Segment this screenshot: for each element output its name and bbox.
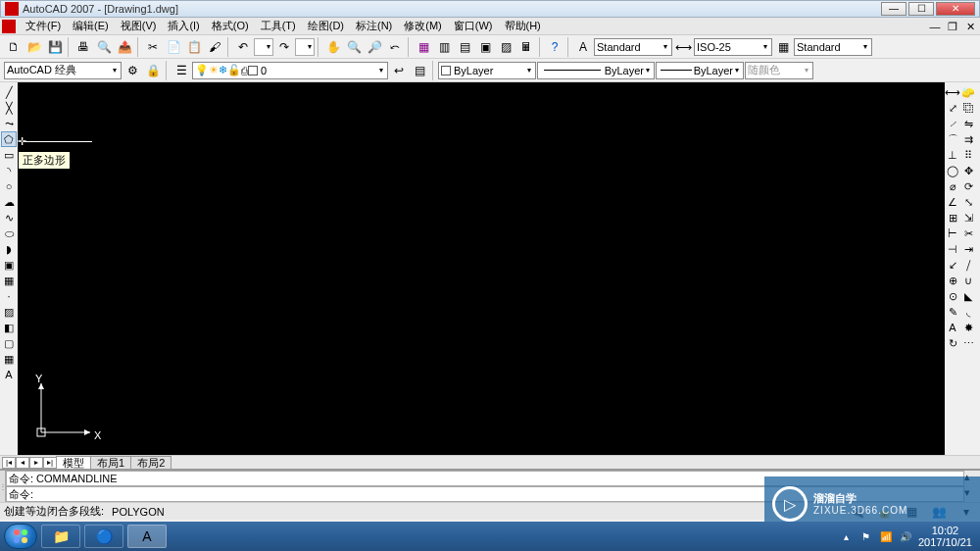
- redo-dropdown[interactable]: [295, 38, 315, 56]
- dist-button[interactable]: ⟷: [945, 84, 960, 100]
- offset-button[interactable]: ⇉: [960, 131, 976, 147]
- publish-button[interactable]: 📤: [115, 37, 134, 57]
- fillet-button[interactable]: ◟: [960, 304, 976, 320]
- design-center-button[interactable]: ▥: [434, 37, 454, 57]
- break-button[interactable]: ⧸: [960, 257, 976, 273]
- text-style-combo[interactable]: Standard▾: [594, 38, 672, 56]
- menu-draw[interactable]: 绘图(D): [302, 19, 350, 33]
- revision-cloud-tool[interactable]: ☁: [1, 194, 17, 210]
- close-button[interactable]: ✕: [936, 2, 975, 16]
- rotate-button[interactable]: ⟳: [960, 178, 976, 194]
- tray-volume-icon[interactable]: 🔊: [899, 529, 912, 543]
- save-button[interactable]: 💾: [45, 37, 65, 57]
- pan-button[interactable]: ✋: [323, 37, 343, 57]
- chamfer-button[interactable]: ◣: [960, 288, 976, 304]
- join-button[interactable]: ∪: [960, 273, 976, 288]
- minimize-button[interactable]: —: [881, 2, 906, 16]
- dim-arc-button[interactable]: ⌒: [945, 131, 960, 147]
- ellipse-arc-tool[interactable]: ◗: [1, 241, 17, 257]
- undo-button[interactable]: ↶: [233, 37, 253, 57]
- mirror-button[interactable]: ⇋: [960, 116, 976, 131]
- gradient-tool[interactable]: ◧: [1, 320, 17, 335]
- arc-tool[interactable]: ◝: [1, 163, 17, 178]
- plotstyle-combo[interactable]: 随颜色▾: [745, 62, 813, 79]
- menu-view[interactable]: 视图(V): [115, 19, 163, 33]
- dim-style-icon[interactable]: ⟷: [673, 37, 693, 57]
- menu-file[interactable]: 文件(F): [20, 19, 67, 33]
- dim-continue-button[interactable]: ⊣: [945, 241, 960, 257]
- layer-combo[interactable]: 💡☀❄🔓⎙ 0▾: [192, 62, 388, 79]
- explode-button[interactable]: ✸: [960, 320, 976, 335]
- tab-first-button[interactable]: |◂: [2, 457, 16, 469]
- ellipse-tool[interactable]: ⬭: [1, 225, 17, 241]
- mdi-restore-button[interactable]: ❐: [945, 20, 960, 33]
- undo-dropdown[interactable]: [254, 38, 273, 56]
- copy-button[interactable]: 📄: [164, 37, 183, 57]
- tab-layout1[interactable]: 布局1: [90, 456, 131, 469]
- extend-button[interactable]: ⇥: [960, 241, 976, 257]
- dim-edit-button[interactable]: ✎: [945, 304, 960, 320]
- start-button[interactable]: [4, 524, 37, 549]
- tray-clock[interactable]: 10:02 2017/10/21: [918, 525, 972, 548]
- stretch-button[interactable]: ⇲: [960, 210, 976, 225]
- zoom-previous-button[interactable]: ⤺: [385, 37, 405, 57]
- table-style-icon[interactable]: ▦: [773, 37, 793, 57]
- menu-format[interactable]: 格式(O): [206, 19, 255, 33]
- print-button[interactable]: 🖶: [74, 37, 93, 57]
- dim-quick-button[interactable]: ⊞: [945, 210, 960, 225]
- help-button[interactable]: ?: [545, 37, 564, 57]
- tab-last-button[interactable]: ▸|: [43, 457, 57, 469]
- dim-linear-button[interactable]: ⤢: [945, 100, 960, 116]
- properties-button[interactable]: ▦: [414, 37, 433, 57]
- table-tool[interactable]: ▦: [1, 351, 17, 367]
- plot-preview-button[interactable]: 🔍: [94, 37, 114, 57]
- copy-object-button[interactable]: ⿻: [960, 100, 976, 116]
- menu-help[interactable]: 帮助(H): [499, 19, 547, 33]
- dim-style-combo[interactable]: ISO-25▾: [694, 38, 772, 56]
- dim-text-edit-button[interactable]: A: [945, 320, 960, 335]
- paste-button[interactable]: 📋: [184, 37, 204, 57]
- new-button[interactable]: 🗋: [4, 37, 24, 57]
- maximize-button[interactable]: ☐: [908, 2, 934, 16]
- menu-dimension[interactable]: 标注(N): [350, 19, 398, 33]
- taskbar-autocad-icon[interactable]: A: [127, 525, 167, 548]
- workspace-lock-button[interactable]: 🔒: [143, 61, 163, 80]
- dim-ordinate-button[interactable]: ⊥: [945, 147, 960, 163]
- open-button[interactable]: 📂: [24, 37, 44, 57]
- tray-flag-icon[interactable]: ⚑: [859, 529, 873, 543]
- mtext-tool[interactable]: A: [1, 367, 17, 382]
- layer-states-button[interactable]: ▤: [410, 61, 429, 80]
- linetype-combo[interactable]: ByLayer▾: [537, 62, 655, 79]
- scale-button[interactable]: ⤡: [960, 194, 976, 210]
- tab-prev-button[interactable]: ◂: [16, 457, 29, 469]
- tray-arrow-icon[interactable]: ▴: [840, 529, 854, 543]
- workspace-settings-button[interactable]: ⚙: [122, 61, 142, 80]
- construction-line-tool[interactable]: ╳: [1, 100, 17, 116]
- tab-model[interactable]: 模型: [56, 456, 91, 469]
- rectangle-tool[interactable]: ▭: [1, 147, 17, 163]
- layer-previous-button[interactable]: ↩: [389, 61, 409, 80]
- menu-insert[interactable]: 插入(I): [162, 19, 205, 33]
- drawing-canvas[interactable]: ✛ 正多边形 X Y: [18, 82, 945, 455]
- center-mark-button[interactable]: ⊙: [945, 288, 960, 304]
- color-combo[interactable]: ByLayer▾: [438, 62, 536, 79]
- dim-diameter-button[interactable]: ⌀: [945, 178, 960, 194]
- sheet-set-button[interactable]: ▣: [475, 37, 495, 57]
- zoom-window-button[interactable]: 🔎: [365, 37, 384, 57]
- table-style-combo[interactable]: Standard▾: [794, 38, 872, 56]
- move-button[interactable]: ✥: [960, 163, 976, 178]
- mdi-close-button[interactable]: ✕: [962, 20, 978, 33]
- mdi-minimize-button[interactable]: —: [927, 20, 943, 33]
- region-tool[interactable]: ▢: [1, 335, 17, 351]
- layer-manager-button[interactable]: ☰: [172, 61, 191, 80]
- text-style-icon[interactable]: A: [573, 37, 593, 57]
- dim-baseline-button[interactable]: ⊢: [945, 225, 960, 241]
- dim-radius-button[interactable]: ◯: [945, 163, 960, 178]
- taskbar-explorer-icon[interactable]: 📁: [41, 525, 80, 548]
- menu-edit[interactable]: 编辑(E): [67, 19, 115, 33]
- menu-window[interactable]: 窗口(W): [448, 19, 499, 33]
- zoom-realtime-button[interactable]: 🔍: [344, 37, 364, 57]
- leader-button[interactable]: ↙: [945, 257, 960, 273]
- lineweight-combo[interactable]: ByLayer▾: [656, 62, 744, 79]
- tray-network-icon[interactable]: 📶: [879, 529, 893, 543]
